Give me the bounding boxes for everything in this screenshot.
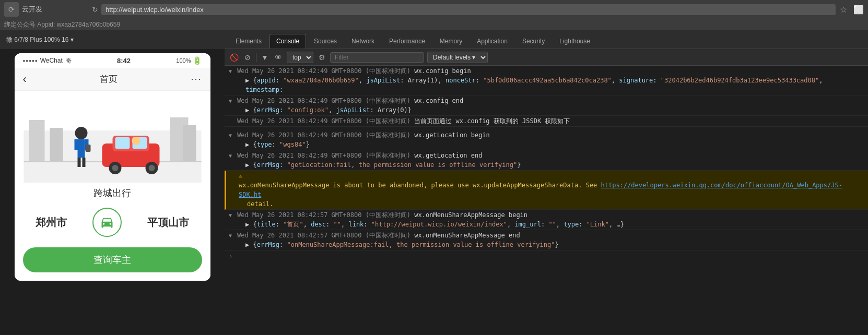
log-child: ▶ {title: "首页", desc: "", link: "http://… [237, 220, 864, 229]
appid-label: 绑定公众号 Appid: wxaa2784a706b0b659 [4, 20, 120, 29]
browser-top-bar: ⟳ 云开发 ↻ ☆ ⬜ [0, 0, 868, 19]
tab-lighthouse[interactable]: Lighthouse [553, 34, 597, 49]
signal-dots: ●●●●● [23, 58, 38, 63]
svg-rect-2 [50, 128, 63, 162]
filter-toggle[interactable]: ▼ [260, 52, 270, 63]
log-child: ▶ {errMsg: "getLocation:fail, the permis… [237, 160, 864, 170]
tab-network[interactable]: Network [345, 34, 381, 49]
phone-panel: 微 6/7/8 Plus 100% 16 ▾ ●●●●● WeChat 奇 8:… [0, 30, 225, 335]
wechat-label: WeChat [40, 57, 63, 64]
phone-status-bar: ●●●●● WeChat 奇 8:42 100% 🔋 [15, 53, 210, 68]
url-bar[interactable]: ↻ [92, 4, 836, 15]
eye-toggle[interactable]: 👁 [273, 52, 284, 63]
log-entry: Wed May 26 2021 08:42:49 GMT+0800 (中国标准时… [225, 130, 868, 150]
devtools-panel: Elements Console Sources Network Perform… [225, 30, 868, 335]
cloud-icon: ⟳ [4, 2, 19, 17]
log-child: ▶ {type: "wgs84"} [237, 140, 864, 149]
log-entry: Wed May 26 2021 08:42:49 GMT+0800 (中国标准时… [225, 66, 868, 95]
cloud-label: 云开发 [22, 5, 42, 14]
svg-point-11 [112, 165, 118, 171]
cloud-dev-section: ⟳ 云开发 [4, 2, 88, 17]
warning-link[interactable]: https://developers.weixin.qq.com/doc/off… [239, 182, 842, 198]
console-toolbar: 🚫 ⊘ ▼ 👁 top ⚙ Default levels ▾ [225, 49, 868, 66]
svg-rect-21 [85, 145, 90, 152]
log-line: Wed May 26 2021 08:42:49 GMT+0800 (中国标准时… [237, 96, 864, 105]
status-right: 100% 🔋 [176, 56, 202, 65]
toolbar-divider [256, 53, 256, 62]
loading-spinner: ↻ [92, 5, 98, 14]
url-input[interactable] [101, 4, 836, 15]
battery-pct: 100% [176, 57, 191, 64]
console-cursor[interactable]: › [225, 250, 868, 262]
log-line: Wed May 26 2021 08:42:49 GMT+0800 (中国标准时… [237, 66, 864, 76]
log-child: ▶ {errMsg: "config:ok", jsApiList: Array… [237, 105, 864, 115]
svg-rect-4 [183, 125, 196, 162]
svg-point-13 [148, 165, 155, 171]
svg-rect-16 [77, 139, 85, 158]
tab-console[interactable]: Console [269, 34, 306, 49]
battery-icon: 🔋 [193, 56, 202, 65]
log-entry: Wed May 26 2021 08:42:57 GMT+0800 (中国标准时… [225, 210, 868, 230]
svg-rect-19 [77, 158, 80, 167]
tab-security[interactable]: Security [515, 34, 552, 49]
app-title: 跨城出行 [23, 187, 202, 199]
clear-btn[interactable]: ⊘ [242, 52, 253, 63]
svg-point-14 [132, 137, 140, 145]
illustration [23, 99, 202, 183]
log-line: Wed May 26 2021 08:42:49 GMT+0800 (中国标准时… [237, 151, 864, 160]
top-selector[interactable]: top [287, 52, 313, 63]
main-area: 微 6/7/8 Plus 100% 16 ▾ ●●●●● WeChat 奇 8:… [0, 30, 868, 335]
status-left: ●●●●● WeChat 奇 [23, 57, 72, 65]
page-title: 首页 [100, 73, 118, 85]
phone-time: 8:42 [117, 57, 131, 65]
log-entry: Wed May 26 2021 08:42:57 GMT+0800 (中国标准时… [225, 230, 868, 250]
phone-nav-bar: ‹ 首页 ··· [15, 68, 210, 91]
tab-performance[interactable]: Performance [382, 34, 432, 49]
log-entry-warning: wx.onMenuShareAppMessage is about to be … [225, 171, 868, 210]
log-entry: Wed May 26 2021 08:42:49 GMT+0800 (中国标准时… [225, 116, 868, 127]
filter-input[interactable] [330, 52, 424, 63]
block-btn[interactable]: 🚫 [229, 52, 239, 63]
log-child: ▶ {errMsg: "onMenuShareAppMessage:fail, … [237, 240, 864, 249]
devtools-tabs: Elements Console Sources Network Perform… [225, 30, 868, 49]
phone-model-label: 微 6/7/8 Plus 100% 16 ▾ [6, 35, 74, 44]
log-entry: Wed May 26 2021 08:42:49 GMT+0800 (中国标准时… [225, 95, 868, 116]
svg-point-15 [75, 127, 87, 139]
tab-sources[interactable]: Sources [307, 34, 344, 49]
city-to[interactable]: 平顶山市 [147, 216, 189, 230]
settings-btn[interactable]: ⚙ [316, 52, 327, 63]
car-icon [92, 208, 122, 237]
tab-elements[interactable]: Elements [229, 34, 268, 49]
svg-rect-20 [82, 158, 85, 167]
log-line: wx.onMenuShareAppMessage is about to be … [239, 181, 864, 199]
svg-rect-17 [74, 139, 78, 150]
sub-bar: 绑定公众号 Appid: wxaa2784a706b0b659 [0, 19, 868, 30]
console-output[interactable]: Wed May 26 2021 08:42:49 GMT+0800 (中国标准时… [225, 66, 868, 335]
more-button[interactable]: ··· [191, 74, 202, 85]
window-icon[interactable]: ⬜ [853, 5, 864, 15]
browser-actions: ☆ ⬜ [840, 5, 864, 15]
log-entry: Wed May 26 2021 08:42:49 GMT+0800 (中国标准时… [225, 150, 868, 171]
levels-selector[interactable]: Default levels ▾ [427, 52, 488, 63]
log-line: Wed May 26 2021 08:42:57 GMT+0800 (中国标准时… [237, 210, 864, 220]
back-button[interactable]: ‹ [23, 73, 27, 86]
log-line-2: detail. [239, 199, 864, 209]
wifi-icon: 奇 [66, 57, 72, 65]
city-from[interactable]: 郑州市 [36, 216, 67, 230]
query-button[interactable]: 查询车主 [23, 247, 202, 272]
city-selector: 郑州市 平顶山市 [23, 208, 202, 237]
tab-memory[interactable]: Memory [433, 34, 469, 49]
log-line: Wed May 26 2021 08:42:49 GMT+0800 (中国标准时… [237, 116, 864, 126]
star-icon[interactable]: ☆ [840, 5, 847, 15]
phone-content: 跨城出行 郑州市 平顶山市 查询车主 [15, 91, 210, 281]
log-line: Wed May 26 2021 08:42:49 GMT+0800 (中国标准时… [237, 130, 864, 140]
phone-frame: ●●●●● WeChat 奇 8:42 100% 🔋 ‹ 首页 ··· [15, 53, 210, 281]
log-child: ▶ {appId: "wxaa2784a706b0b659", jsApiLis… [237, 76, 864, 94]
log-line: Wed May 26 2021 08:42:57 GMT+0800 (中国标准时… [237, 231, 864, 240]
phone-toolbar: 微 6/7/8 Plus 100% 16 ▾ [0, 30, 225, 49]
tab-application[interactable]: Application [470, 34, 514, 49]
svg-rect-1 [29, 120, 44, 162]
svg-rect-8 [115, 137, 130, 149]
